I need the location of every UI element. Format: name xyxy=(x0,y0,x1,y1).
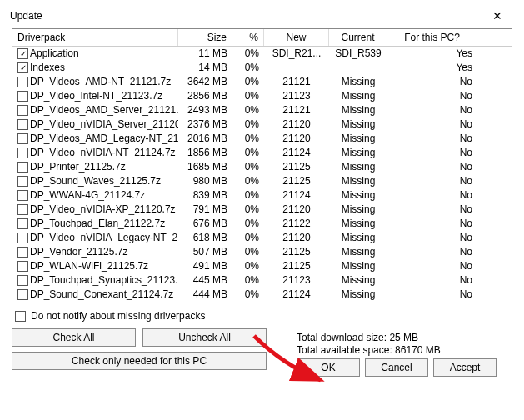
row-checkbox[interactable] xyxy=(17,48,28,59)
table-row[interactable]: Application11 MB0%SDI_R21...SDI_R539Yes xyxy=(12,47,512,61)
row-new: 21121 xyxy=(264,75,329,89)
row-checkbox[interactable] xyxy=(17,105,28,116)
table-row[interactable]: DP_Video_nVIDIA-NT_21124.7z1856 MB0%2112… xyxy=(12,146,512,160)
table-row[interactable]: DP_Videos_AMD_Legacy-NT_211...2016 MB0%2… xyxy=(12,132,512,146)
row-checkbox[interactable] xyxy=(17,176,28,187)
row-checkbox[interactable] xyxy=(17,275,28,286)
check-needed-button[interactable]: Check only needed for this PC xyxy=(12,352,267,370)
row-checkbox[interactable] xyxy=(17,190,28,201)
window-title: Update xyxy=(10,10,42,22)
cancel-button[interactable]: Cancel xyxy=(365,358,428,377)
row-checkbox[interactable] xyxy=(17,218,28,229)
right-buttons: OK Cancel Accept xyxy=(297,358,497,377)
table-row[interactable]: DP_Video_Intel-NT_21123.7z2856 MB0%21123… xyxy=(12,89,512,103)
uncheck-all-button[interactable]: Uncheck All xyxy=(142,328,267,347)
row-new: 21125 xyxy=(264,245,329,259)
notify-checkbox[interactable] xyxy=(15,311,26,322)
col-new[interactable]: New xyxy=(264,29,329,46)
row-current: Missing xyxy=(329,89,387,103)
row-name: DP_WWAN-4G_21124.7z xyxy=(30,188,145,202)
row-forthispc: No xyxy=(387,245,477,259)
row-current: Missing xyxy=(329,245,387,259)
row-size: 2376 MB xyxy=(178,118,232,132)
row-checkbox[interactable] xyxy=(17,77,28,88)
row-forthispc: No xyxy=(387,160,477,174)
col-percent[interactable]: % xyxy=(232,29,264,46)
row-checkbox[interactable] xyxy=(17,133,28,144)
row-checkbox[interactable] xyxy=(17,148,28,158)
row-percent: 0% xyxy=(232,288,264,302)
window-close-button[interactable]: ✕ xyxy=(481,5,514,27)
ok-button[interactable]: OK xyxy=(297,358,360,377)
table-row[interactable]: DP_Videos_AMD_Server_21121.7z2493 MB0%21… xyxy=(12,103,512,118)
row-current: Missing xyxy=(329,288,387,302)
row-name: DP_WLAN-WiFi_21125.7z xyxy=(30,259,148,273)
col-current[interactable]: Current xyxy=(329,29,387,46)
row-percent: 0% xyxy=(232,89,264,103)
table-row[interactable]: DP_Video_nVIDIA_Legacy-NT_211...618 MB0%… xyxy=(12,231,512,245)
row-forthispc: No xyxy=(387,202,477,217)
row-new: 21120 xyxy=(264,132,329,146)
table-row[interactable]: Indexes14 MB0%Yes xyxy=(12,61,512,75)
row-checkbox[interactable] xyxy=(17,232,28,243)
col-size[interactable]: Size xyxy=(178,29,232,46)
table-row[interactable]: DP_Vendor_21125.7z507 MB0%21125MissingNo xyxy=(12,245,512,259)
row-size: 618 MB xyxy=(178,231,232,245)
table-row[interactable]: DP_Printer_21125.7z1685 MB0%21125Missing… xyxy=(12,160,512,174)
titlebar: Update ✕ xyxy=(0,0,524,28)
row-checkbox[interactable] xyxy=(17,247,28,258)
row-size: 445 MB xyxy=(178,273,232,288)
row-new: 21121 xyxy=(264,103,329,118)
check-all-button[interactable]: Check All xyxy=(12,328,136,347)
table-row[interactable]: DP_Video_nVIDIA_Server_21120.7z2376 MB0%… xyxy=(12,118,512,132)
row-new: 21124 xyxy=(264,188,329,202)
col-driverpack[interactable]: Driverpack xyxy=(12,29,178,46)
row-size: 14 MB xyxy=(178,61,232,75)
row-checkbox[interactable] xyxy=(17,261,28,272)
table-row[interactable]: DP_Touchpad_Elan_21122.7z676 MB0%21122Mi… xyxy=(12,217,512,231)
row-checkbox[interactable] xyxy=(17,162,28,172)
notify-row: Do not notify about missing driverpacks xyxy=(15,310,512,322)
row-percent: 0% xyxy=(232,47,264,61)
row-size: 11 MB xyxy=(178,47,232,61)
table-row[interactable]: DP_WLAN-WiFi_21125.7z491 MB0%21125Missin… xyxy=(12,259,512,273)
info-block: Total download size: 25 MB Total availab… xyxy=(297,332,441,357)
row-name: DP_Video_nVIDIA-XP_21120.7z xyxy=(30,202,176,217)
row-size: 839 MB xyxy=(178,188,232,202)
table-row[interactable]: DP_Touchpad_Synaptics_21123.7z445 MB0%21… xyxy=(12,273,512,288)
bottom-panel: Do not notify about missing driverpacks … xyxy=(0,303,524,377)
row-forthispc: No xyxy=(387,118,477,132)
row-name: DP_Videos_AMD_Server_21121.7z xyxy=(30,103,178,118)
row-name: DP_Touchpad_Synaptics_21123.7z xyxy=(30,273,178,288)
accept-button[interactable]: Accept xyxy=(433,358,497,377)
row-checkbox[interactable] xyxy=(17,204,28,215)
row-new: 21122 xyxy=(264,217,329,231)
row-new xyxy=(264,61,329,75)
row-forthispc: No xyxy=(387,132,477,146)
row-size: 444 MB xyxy=(178,288,232,302)
table-row[interactable]: DP_Sound_Waves_21125.7z980 MB0%21125Miss… xyxy=(12,174,512,188)
row-percent: 0% xyxy=(232,188,264,202)
col-forthispc[interactable]: For this PC? xyxy=(387,29,477,46)
table-row[interactable]: DP_Videos_AMD-NT_21121.7z3642 MB0%21121M… xyxy=(12,75,512,89)
list-body[interactable]: Application11 MB0%SDI_R21...SDI_R539YesI… xyxy=(12,47,512,303)
row-current: Missing xyxy=(329,188,387,202)
row-size: 491 MB xyxy=(178,259,232,273)
row-forthispc: No xyxy=(387,174,477,188)
row-checkbox[interactable] xyxy=(17,62,28,73)
row-checkbox[interactable] xyxy=(17,91,28,102)
row-forthispc: No xyxy=(387,259,477,273)
row-size: 3642 MB xyxy=(178,75,232,89)
row-checkbox[interactable] xyxy=(17,119,28,130)
row-percent: 0% xyxy=(232,160,264,174)
row-current: Missing xyxy=(329,217,387,231)
row-new: 21120 xyxy=(264,202,329,217)
table-row[interactable]: DP_Sound_Conexant_21124.7z444 MB0%21124M… xyxy=(12,288,512,302)
table-row[interactable]: DP_Video_nVIDIA-XP_21120.7z791 MB0%21120… xyxy=(12,202,512,217)
row-name: DP_Video_nVIDIA_Server_21120.7z xyxy=(30,118,178,132)
total-download-label: Total download size: 25 MB xyxy=(297,332,441,344)
row-percent: 0% xyxy=(232,273,264,288)
row-checkbox[interactable] xyxy=(17,289,28,300)
table-row[interactable]: DP_WWAN-4G_21124.7z839 MB0%21124MissingN… xyxy=(12,188,512,202)
row-percent: 0% xyxy=(232,202,264,217)
